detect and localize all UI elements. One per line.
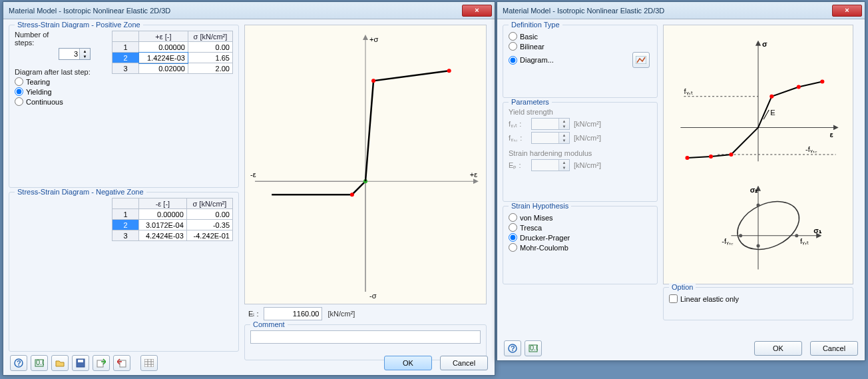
yield-strength-label: Yield strength — [509, 108, 652, 116]
table-row: 23.0172E-04-0.35 — [112, 220, 233, 230]
group-parameters: Parameters Yield strength fᵧ,ₜ : ▲▼ [kN/… — [503, 102, 658, 202]
spinner-buttons-icon: ▲▼ — [558, 160, 569, 171]
window-title: Material Model - Isotropic Nonlinear Ela… — [503, 7, 832, 15]
cancel-button[interactable]: Cancel — [440, 356, 488, 370]
svg-rect-21 — [144, 359, 154, 367]
table-row: 21.4224E-031.65 — [112, 53, 233, 63]
radio-tresca[interactable]: Tresca — [509, 223, 652, 232]
radio-diagram[interactable]: Diagram... — [509, 56, 632, 65]
group-legend: Stress-Strain Diagram - Positive Zone — [15, 21, 143, 29]
export-icon[interactable] — [113, 355, 130, 371]
svg-point-49 — [739, 234, 742, 237]
svg-text:fᵧ,ₜ: fᵧ,ₜ — [800, 237, 809, 245]
comment-input[interactable] — [250, 330, 481, 344]
svg-point-52 — [756, 244, 760, 247]
radio-bilinear[interactable]: Bilinear — [509, 42, 652, 51]
radio-continuous[interactable]: Continuous — [15, 97, 108, 106]
svg-text:-ε: -ε — [250, 171, 256, 179]
svg-text:σ: σ — [762, 40, 767, 48]
svg-point-11 — [371, 79, 375, 83]
spinner-buttons-icon: ▲▼ — [558, 133, 569, 143]
ep-input: ▲▼ — [531, 159, 570, 171]
ok-button[interactable]: OK — [384, 356, 432, 370]
radio-drucker-prager[interactable]: Drucker-Prager — [509, 233, 652, 242]
table-icon[interactable] — [140, 355, 158, 371]
svg-point-35 — [685, 156, 689, 160]
svg-text:E: E — [770, 109, 775, 117]
radio-basic[interactable]: Basic — [509, 32, 652, 41]
after-step-label: Diagram after last step: — [15, 68, 108, 76]
open-icon[interactable] — [51, 355, 69, 371]
svg-text:+σ: +σ — [369, 35, 378, 43]
svg-text:?: ? — [17, 359, 21, 367]
svg-text:0.00: 0.00 — [530, 344, 538, 352]
fyt-input: ▲▼ — [531, 118, 570, 130]
table-positive[interactable]: +ε [-]σ [kN/cm²] 10.000000.00 21.4224E-0… — [112, 31, 233, 74]
ei-input[interactable] — [264, 307, 322, 320]
svg-point-36 — [709, 155, 713, 159]
group-legend: Stress-Strain Diagram - Negative Zone — [15, 188, 146, 196]
units-icon[interactable]: 0.00 — [31, 355, 48, 371]
edit-diagram-icon[interactable] — [632, 52, 650, 68]
radio-mohr-coulomb[interactable]: Mohr-Coulomb — [509, 243, 652, 252]
close-icon[interactable]: × — [462, 5, 492, 17]
svg-point-46 — [730, 192, 807, 259]
svg-rect-18 — [78, 360, 83, 362]
dialog-material-model-1: Material Model - Isotropic Nonlinear Ela… — [3, 1, 495, 376]
help-icon[interactable]: ? — [10, 355, 27, 371]
svg-point-9 — [350, 192, 354, 196]
spinner-buttons-icon[interactable]: ▲▼ — [79, 49, 90, 59]
svg-point-37 — [729, 153, 733, 157]
group-definition-type: Definition Type Basic Bilinear Diagram..… — [503, 25, 658, 98]
table-row: 10.000000.00 — [112, 209, 233, 220]
radio-tearing[interactable]: Tearing — [15, 77, 108, 86]
svg-text:0.00: 0.00 — [36, 359, 44, 366]
group-strain-hypothesis: Strain Hypothesis von Mises Tresca Druck… — [503, 206, 658, 284]
fyc-input: ▲▼ — [531, 132, 570, 144]
ok-button[interactable]: OK — [754, 341, 802, 356]
svg-point-47 — [795, 234, 798, 237]
check-linear-elastic[interactable]: Linear elastic only — [669, 294, 847, 303]
svg-point-39 — [797, 85, 801, 89]
stress-strain-chart: +σ -σ +ε -ε — [244, 25, 487, 304]
table-row: 10.000000.00 — [112, 42, 233, 53]
svg-text:fᵧ,ₜ: fᵧ,ₜ — [684, 87, 692, 95]
import-icon[interactable] — [93, 355, 110, 371]
dialog-footer: ? 0.00 OK Cancel — [497, 340, 865, 356]
svg-text:σ₂: σ₂ — [750, 186, 758, 194]
table-row: 30.020002.00 — [112, 63, 233, 74]
svg-point-40 — [820, 79, 824, 83]
cancel-button[interactable]: Cancel — [810, 341, 858, 356]
svg-text:?: ? — [511, 344, 515, 352]
group-negative-zone: Stress-Strain Diagram - Negative Zone -ε… — [9, 192, 239, 352]
group-option: Option Linear elastic only — [663, 287, 853, 320]
svg-point-12 — [447, 69, 451, 73]
close-icon[interactable]: × — [832, 5, 862, 17]
titlebar[interactable]: Material Model - Isotropic Nonlinear Ela… — [497, 2, 865, 19]
svg-point-38 — [769, 95, 773, 99]
num-steps-spinner[interactable]: ▲▼ — [59, 48, 91, 60]
group-positive-zone: Stress-Strain Diagram - Positive Zone Nu… — [9, 25, 239, 188]
num-steps-label: Number of steps: — [15, 31, 55, 47]
svg-text:-fᵧ,꜀: -fᵧ,꜀ — [805, 145, 817, 153]
spinner-buttons-icon: ▲▼ — [558, 119, 569, 129]
radio-yielding[interactable]: Yielding — [15, 87, 108, 96]
radio-von-mises[interactable]: von Mises — [509, 213, 652, 222]
svg-text:+ε: +ε — [470, 171, 477, 179]
titlebar[interactable]: Material Model - Isotropic Nonlinear Ela… — [3, 2, 495, 19]
save-icon[interactable] — [72, 355, 89, 371]
svg-text:ε: ε — [830, 131, 834, 139]
table-negative[interactable]: -ε [-]σ [kN/cm²] 10.000000.00 23.0172E-0… — [112, 198, 233, 241]
units-icon[interactable]: 0.00 — [525, 340, 542, 356]
dialog-material-model-2: Material Model - Isotropic Nonlinear Ela… — [497, 1, 865, 361]
svg-text:-σ: -σ — [369, 292, 377, 300]
num-steps-input[interactable] — [59, 49, 79, 59]
comment-label: Comment — [250, 320, 288, 328]
table-row: 34.2424E-03-4.242E-01 — [112, 230, 233, 241]
schematic-diagrams: σ ε fᵧ,ₜ -fᵧ,꜀ E σ₂ σ₁ fᵧ,ₜ — [663, 25, 853, 284]
help-icon[interactable]: ? — [504, 340, 521, 356]
svg-text:σ₁: σ₁ — [813, 226, 822, 234]
shm-label: Strain hardening modulus — [509, 149, 652, 157]
svg-point-51 — [756, 204, 760, 207]
dialog-footer: ? 0.00 OK Cancel — [3, 355, 495, 371]
